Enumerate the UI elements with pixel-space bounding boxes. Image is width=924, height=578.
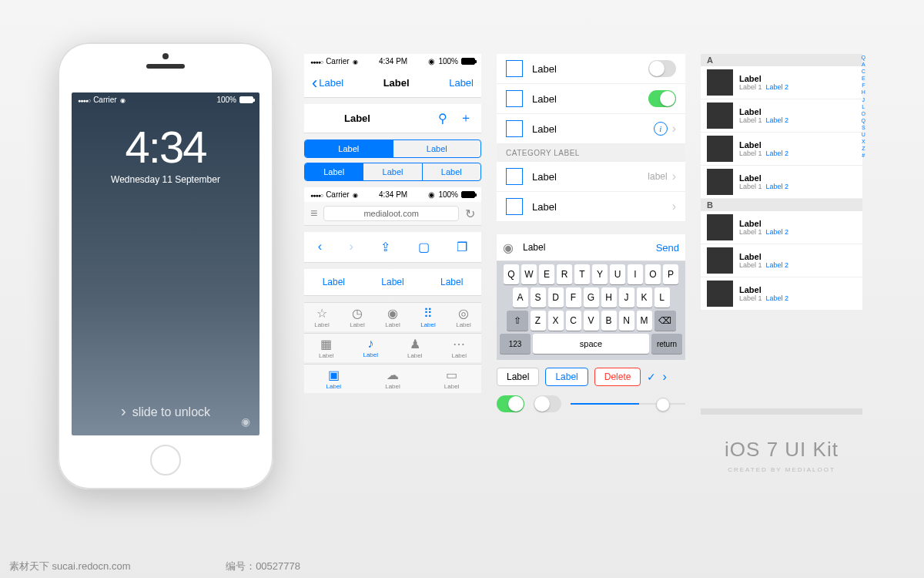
tab-item[interactable]: ▭Label — [444, 368, 460, 390]
button-default[interactable]: Label — [497, 368, 539, 386]
button-primary[interactable]: Label — [545, 368, 588, 386]
key-d[interactable]: D — [548, 287, 564, 307]
key-l[interactable]: L — [654, 287, 670, 307]
back-icon[interactable]: ‹ — [318, 240, 322, 254]
reload-icon[interactable]: ↻ — [465, 207, 475, 221]
key-a[interactable]: A — [513, 287, 528, 307]
key-w[interactable]: W — [521, 264, 537, 284]
signal-icon — [78, 96, 90, 104]
switch-on[interactable] — [648, 90, 676, 107]
backspace-key[interactable]: ⌫ — [654, 311, 676, 331]
key-x[interactable]: X — [548, 311, 564, 331]
button-delete[interactable]: Delete — [594, 368, 641, 386]
list-row[interactable]: Label — [497, 84, 685, 114]
key-v[interactable]: V — [584, 311, 599, 331]
segment[interactable]: Label — [393, 140, 481, 157]
key-e[interactable]: E — [539, 264, 554, 284]
home-button[interactable] — [150, 445, 181, 476]
list-item[interactable]: LabelLabel 1 Label 2 — [701, 166, 862, 199]
segment[interactable]: Label — [363, 163, 422, 180]
tab-item[interactable]: ◉Label — [385, 306, 400, 328]
forward-icon[interactable]: › — [350, 240, 353, 254]
list-item[interactable]: LabelLabel 1 Label 2 — [701, 211, 862, 244]
back-button[interactable]: Label — [312, 73, 343, 93]
tab-item[interactable]: ♪Label — [363, 337, 378, 359]
nav-action[interactable]: Label — [449, 77, 474, 89]
info-icon[interactable]: i — [654, 122, 668, 136]
key-j[interactable]: J — [619, 287, 634, 307]
segmented-control-3[interactable]: Label Label Label — [304, 163, 481, 181]
thumb — [707, 102, 733, 129]
thumb-icon — [506, 60, 523, 77]
camera-icon[interactable]: ◉ — [241, 415, 250, 428]
add-icon[interactable]: ＋ — [460, 110, 472, 126]
segment[interactable]: Label — [305, 140, 393, 157]
switch-on[interactable] — [497, 395, 524, 412]
key-o[interactable]: O — [645, 264, 661, 284]
camera-icon[interactable]: ◉ — [503, 240, 514, 255]
key-m[interactable]: M — [637, 311, 652, 331]
segmented-control-2[interactable]: Label Label — [304, 139, 481, 158]
tabs-icon[interactable]: ❐ — [457, 240, 467, 254]
key-s[interactable]: S — [531, 287, 546, 307]
key-f[interactable]: F — [566, 287, 581, 307]
segment[interactable]: Label — [423, 163, 480, 180]
index-scrubber[interactable]: Q A C E F H J L O Q S U X Z # — [862, 54, 865, 159]
key-r[interactable]: R — [557, 264, 572, 284]
return-key[interactable]: return — [651, 334, 682, 354]
list-row[interactable]: Labellabel› — [497, 162, 685, 192]
list-item[interactable]: LabelLabel 1 Label 2 — [701, 133, 862, 166]
segment[interactable]: Label — [305, 163, 363, 180]
list-item[interactable]: LabelLabel 1 Label 2 — [701, 244, 862, 277]
key-y[interactable]: Y — [592, 264, 608, 284]
list-item[interactable]: LabelLabel 1 Label 2 — [701, 277, 862, 311]
tab-item[interactable]: ☁Label — [385, 368, 400, 390]
tab-item[interactable]: ◷Label — [350, 306, 365, 328]
key-z[interactable]: Z — [531, 311, 546, 331]
key-t[interactable]: T — [574, 264, 590, 284]
key-q[interactable]: Q — [504, 264, 519, 284]
star-icon: ☆ — [314, 306, 330, 321]
slide-to-unlock[interactable]: slide to unlock — [72, 402, 259, 420]
tab-item[interactable]: ◎Label — [456, 306, 471, 328]
list-row[interactable]: Label› — [497, 192, 685, 222]
key-h[interactable]: H — [601, 287, 617, 307]
toolbar-item[interactable]: Label — [440, 277, 463, 287]
text-input[interactable] — [520, 239, 650, 256]
tab-item[interactable]: ⠿Label — [420, 306, 436, 328]
list-item[interactable]: LabelLabel 1 Label 2 — [701, 99, 862, 133]
toolbar-item[interactable]: Label — [381, 277, 403, 287]
chevron-icon[interactable]: › — [662, 370, 666, 384]
switch-off[interactable] — [534, 395, 561, 412]
numbers-key[interactable]: 123 — [500, 334, 531, 354]
list-row[interactable]: Label — [497, 54, 685, 84]
key-k[interactable]: K — [637, 287, 652, 307]
send-button[interactable]: Send — [656, 242, 679, 254]
tab-item[interactable]: ⋯Label — [451, 337, 467, 359]
space-key[interactable]: space — [533, 334, 649, 354]
list-row[interactable]: Labeli› — [497, 114, 685, 144]
search-icon[interactable]: ⚲ — [438, 111, 447, 126]
key-n[interactable]: N — [619, 311, 634, 331]
shift-key[interactable]: ⇧ — [507, 311, 528, 331]
tab-item[interactable]: ☆Label — [314, 306, 330, 328]
url-field[interactable]: medialoot.com — [323, 206, 459, 221]
menu-icon[interactable]: ≡ — [310, 207, 317, 220]
key-c[interactable]: C — [566, 311, 581, 331]
list-item[interactable]: LabelLabel 1 Label 2 — [701, 66, 862, 99]
toolbar-item[interactable]: Label — [323, 277, 345, 287]
switch-off[interactable] — [648, 60, 676, 77]
index-header-a: A — [701, 54, 862, 66]
bookmarks-icon[interactable]: ▢ — [418, 240, 430, 254]
key-u[interactable]: U — [610, 264, 625, 284]
key-i[interactable]: I — [628, 264, 643, 284]
tab-item[interactable]: ▣Label — [326, 368, 342, 390]
key-p[interactable]: P — [663, 264, 678, 284]
tab-item[interactable]: ▦Label — [319, 337, 334, 359]
key-g[interactable]: G — [584, 287, 599, 307]
tab-item[interactable]: ♟Label — [407, 337, 423, 359]
slider[interactable] — [571, 403, 685, 405]
key-b[interactable]: B — [601, 311, 617, 331]
share-icon[interactable]: ⇪ — [380, 240, 390, 254]
toolbar: Label ⚲ ＋ — [304, 104, 481, 133]
